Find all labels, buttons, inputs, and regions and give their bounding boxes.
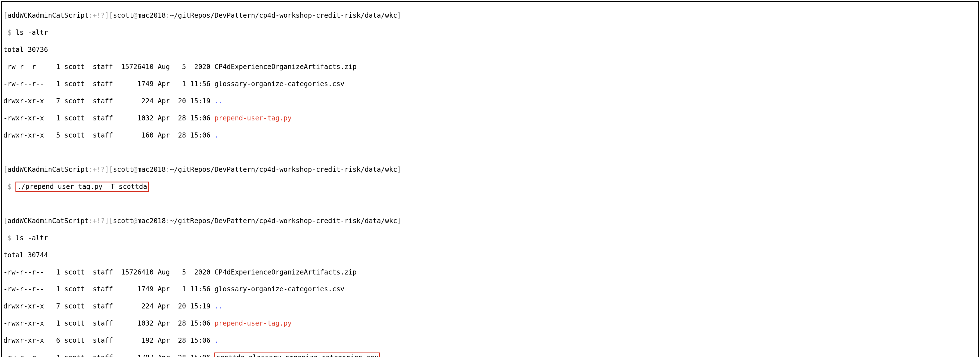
ls-row: -rw-r--r-- 1 scott staff 1797 Apr 28 15:…: [3, 353, 977, 357]
file-name: CP4dExperienceOrganizeArtifacts.zip: [215, 63, 356, 71]
ls-row: -rw-r--r-- 1 scott staff 15726410 Aug 5 …: [3, 63, 977, 71]
bracket: [: [3, 11, 7, 19]
command-line-2[interactable]: $ ./prepend-user-tag.py -T scottda: [3, 182, 977, 191]
dir-name: ..: [215, 97, 223, 105]
git-branch: addWCKadminCatScript: [7, 11, 89, 19]
bracket: [: [109, 11, 113, 19]
prompt-sigil: $: [3, 234, 16, 242]
prompt-sigil: $: [3, 29, 16, 36]
bracket: ]: [105, 11, 109, 19]
sep: :: [166, 11, 170, 19]
prompt-line-1: [addWCKadminCatScript:+!?][scott@mac2018…: [3, 11, 977, 20]
bracket: ]: [397, 11, 401, 19]
dir-name: .: [215, 131, 218, 139]
ls-row: -rw-r--r-- 1 scott staff 1749 Apr 1 11:5…: [3, 285, 977, 293]
command-line-3[interactable]: $ ls -altr: [3, 234, 977, 242]
dir-name: .: [215, 336, 218, 344]
at-sign: @: [133, 11, 137, 19]
file-name: CP4dExperienceOrganizeArtifacts.zip: [215, 268, 356, 276]
prompt-sigil: $: [3, 183, 16, 190]
blank-line: [3, 200, 977, 208]
command-text: ./prepend-user-tag.py -T scottda: [17, 183, 147, 190]
file-name: glossary-organize-categories.csv: [215, 80, 344, 88]
ls-row: -rw-r--r-- 1 scott staff 1749 Apr 1 11:5…: [3, 80, 977, 88]
highlight-command: ./prepend-user-tag.py -T scottda: [16, 182, 149, 192]
command-text: ls -altr: [16, 29, 48, 36]
command-text: ls -altr: [16, 234, 48, 242]
ls-row: drwxr-xr-x 6 scott staff 192 Apr 28 15:0…: [3, 336, 977, 345]
file-name: scottda-glossary-organize-categories.csv: [216, 354, 379, 357]
ls-row: drwxr-xr-x 7 scott staff 224 Apr 20 15:1…: [3, 302, 977, 310]
command-line-1[interactable]: $ ls -altr: [3, 29, 977, 37]
highlight-output: scottda-glossary-organize-categories.csv: [215, 352, 380, 357]
ls-row: drwxr-xr-x 7 scott staff 224 Apr 20 15:1…: [3, 97, 977, 105]
ls-row: -rw-r--r-- 1 scott staff 15726410 Aug 5 …: [3, 268, 977, 276]
prompt-line-2: [addWCKadminCatScript:+!?][scott@mac2018…: [3, 165, 977, 174]
ls-total-1: total 30736: [3, 46, 977, 54]
host: mac2018: [137, 11, 166, 19]
ls-row: drwxr-xr-x 5 scott staff 160 Apr 28 15:0…: [3, 131, 977, 140]
exec-name: prepend-user-tag.py: [215, 114, 292, 122]
user: scott: [113, 11, 133, 19]
exec-name: prepend-user-tag.py: [215, 319, 292, 327]
prompt-line-3: [addWCKadminCatScript:+!?][scott@mac2018…: [3, 217, 977, 225]
git-flags: :+!?: [89, 11, 105, 19]
dir-name: ..: [215, 302, 223, 310]
terminal-window[interactable]: [addWCKadminCatScript:+!?][scott@mac2018…: [1, 1, 979, 357]
cwd: ~/gitRepos/DevPattern/cp4d-workshop-cred…: [170, 11, 397, 19]
blank-line: [3, 148, 977, 157]
file-name: glossary-organize-categories.csv: [215, 285, 344, 293]
ls-row: -rwxr-xr-x 1 scott staff 1032 Apr 28 15:…: [3, 114, 977, 122]
ls-total-2: total 30744: [3, 251, 977, 259]
ls-row: -rwxr-xr-x 1 scott staff 1032 Apr 28 15:…: [3, 319, 977, 327]
